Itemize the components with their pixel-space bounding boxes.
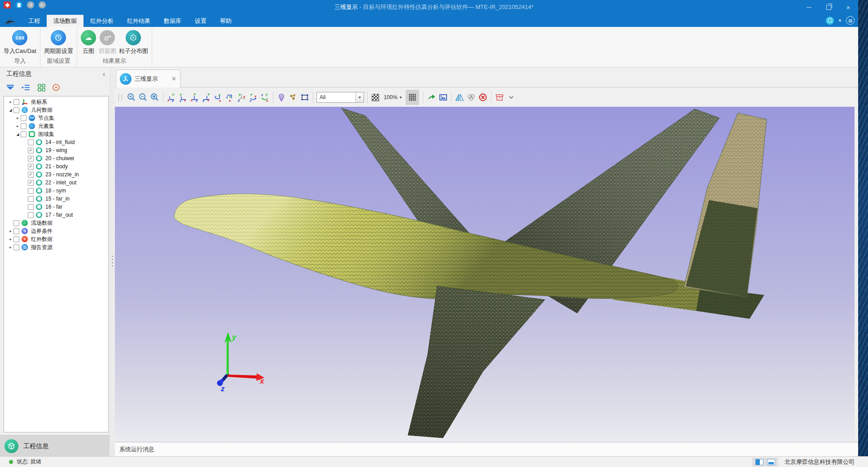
menu-item[interactable]: 帮助 <box>213 15 238 27</box>
redo-icon[interactable]: ↻ <box>39 1 46 9</box>
tree-checkbox[interactable] <box>21 115 26 121</box>
menu-item[interactable]: 工程 <box>22 15 47 27</box>
tree-checkbox[interactable] <box>13 107 19 113</box>
project-tree[interactable]: ▸坐标系◢△几何数据▸⊶节点集▸◌元素集◢面域集14 - int_fluid✓1… <box>4 96 109 432</box>
tree-checkbox[interactable] <box>28 196 34 202</box>
panel-footer-tab[interactable]: 工程信息 <box>0 435 110 457</box>
tree-checkbox[interactable]: ✓ <box>28 148 34 153</box>
tree-item[interactable]: 16 - far <box>4 203 108 211</box>
minimize-button[interactable] <box>799 0 819 15</box>
toggle-bottom-panel-icon[interactable] <box>767 459 775 465</box>
expander-icon[interactable]: ▸ <box>8 229 13 233</box>
zoom-in-icon[interactable] <box>126 91 137 104</box>
particles-display-icon[interactable] <box>287 91 299 104</box>
tree-item[interactable]: ✓23 - nozzle_in <box>4 170 108 179</box>
tree-checkbox[interactable]: ✓ <box>28 172 34 178</box>
snapshot-image-icon[interactable] <box>437 91 449 104</box>
view-back-icon[interactable]: Yzx <box>177 91 189 104</box>
expander-icon[interactable]: ◢ <box>8 108 13 112</box>
view-left-icon[interactable]: Yxz <box>189 91 201 104</box>
tab-close-icon[interactable]: ✕ <box>171 75 176 82</box>
zoom-fit-icon[interactable] <box>149 91 161 104</box>
view-bottom-icon[interactable]: zYx <box>224 91 236 104</box>
expander-icon[interactable]: ◢ <box>15 132 21 136</box>
rotate-view-left-icon[interactable]: Yxz <box>247 91 259 104</box>
menu-item[interactable]: 数据库 <box>157 15 188 27</box>
tree-checkbox[interactable] <box>28 212 34 218</box>
tree-checkbox[interactable] <box>28 140 34 145</box>
undo-icon[interactable]: ↺ <box>27 1 34 9</box>
tree-item[interactable]: ◢面域集 <box>4 130 108 138</box>
tree-checkbox[interactable] <box>13 244 19 250</box>
tree-item[interactable]: 17 - far_out <box>4 211 108 219</box>
expander-icon[interactable]: ▸ <box>8 237 13 241</box>
help-book-icon[interactable]: ▤ <box>846 16 855 25</box>
expander-icon[interactable]: ▸ <box>8 100 13 104</box>
tree-checkbox[interactable]: ✓ <box>28 164 34 170</box>
tab-3d-display[interactable]: 三维显示 ✕ <box>116 70 180 87</box>
smooth-mesh-icon[interactable] <box>465 91 477 104</box>
tree-checkbox[interactable] <box>13 228 19 234</box>
expander-icon[interactable]: ▸ <box>15 116 21 120</box>
expander-icon[interactable]: ▸ <box>15 124 21 128</box>
tree-item[interactable]: ▸⊶节点集 <box>4 114 108 122</box>
camera-location-icon[interactable] <box>276 91 287 104</box>
maximize-button[interactable] <box>819 0 838 15</box>
periodic-face-button[interactable]: 周期面设置 <box>43 29 75 56</box>
target-icon[interactable] <box>52 83 61 92</box>
display-set-combobox[interactable]: All ▼ <box>316 92 364 103</box>
tree-item[interactable]: ✓22 - inlet_out <box>4 179 108 187</box>
tree-item[interactable]: ▸坐标系 <box>4 98 108 106</box>
export-share-icon[interactable] <box>425 91 437 104</box>
app-logo-icon[interactable] <box>4 1 11 9</box>
close-button[interactable]: × <box>838 0 858 15</box>
import-cas-dat-button[interactable]: cas 导入Cas/Dat <box>2 29 38 56</box>
cancel-icon[interactable] <box>477 91 489 104</box>
tree-item[interactable]: ∴流场数据 <box>4 219 108 227</box>
outline-list-icon[interactable] <box>21 83 31 92</box>
menu-item[interactable]: 红外结果 <box>120 15 157 27</box>
grid-view-icon[interactable] <box>37 83 46 92</box>
filter-icon[interactable] <box>5 83 15 92</box>
menu-item[interactable]: 设置 <box>188 15 213 27</box>
tree-checkbox[interactable]: ✓ <box>28 180 34 186</box>
particle-distribution-button[interactable]: 粒子分布图 <box>118 29 149 56</box>
tree-checkbox[interactable]: ✓ <box>28 156 34 161</box>
tree-item[interactable]: ▸⇅边界条件 <box>4 227 108 235</box>
package-export-icon[interactable] <box>494 91 505 104</box>
menu-item[interactable]: 红外分析 <box>83 15 120 27</box>
combobox-dropdown-icon[interactable]: ▼ <box>355 92 364 102</box>
tree-checkbox[interactable] <box>13 236 19 242</box>
menu-item-active[interactable]: 流场数据 <box>47 15 83 27</box>
box-select-icon[interactable] <box>299 91 311 104</box>
tree-checkbox[interactable] <box>21 123 26 129</box>
tree-checkbox[interactable] <box>28 204 34 210</box>
mirror-icon[interactable] <box>454 91 465 104</box>
chevron-down-icon[interactable]: ▼ <box>838 18 842 23</box>
tree-item[interactable]: ✓20 - chuiwei <box>4 154 108 162</box>
tree-item[interactable]: 15 - far_in <box>4 195 108 203</box>
contour-plot-button[interactable]: ☁ 云图 <box>79 29 97 56</box>
mesh-grid-toggle[interactable] <box>406 90 419 105</box>
view-isometric-icon[interactable]: Yxz <box>236 91 247 104</box>
tree-item[interactable]: ▸◌元素集 <box>4 122 108 130</box>
expander-icon[interactable]: ▸ <box>8 245 13 249</box>
tree-item[interactable]: ▸▤报告资源 <box>4 243 108 251</box>
chevron-down-icon[interactable] <box>505 91 517 104</box>
tree-checkbox[interactable] <box>13 99 19 105</box>
tree-item[interactable]: ✓19 - wing <box>4 146 108 154</box>
new-document-icon[interactable] <box>15 1 22 9</box>
tree-checkbox[interactable] <box>28 188 34 194</box>
view-right-icon[interactable]: Yzx <box>201 91 212 104</box>
tree-item[interactable]: ◢△几何数据 <box>4 106 108 114</box>
rotate-view-right-icon[interactable]: zYx <box>259 91 271 104</box>
view-top-icon[interactable]: zYx <box>212 91 224 104</box>
zoom-level-dropdown[interactable]: 100%▼ <box>384 94 403 100</box>
tree-item[interactable]: 14 - int_fluid <box>4 138 108 146</box>
tree-checkbox[interactable] <box>21 131 26 137</box>
viewport-3d[interactable]: y x z <box>115 107 855 442</box>
panel-collapse-icon[interactable]: ‹ <box>103 70 105 78</box>
toggle-side-panel-icon[interactable] <box>755 459 763 465</box>
tree-item[interactable]: ✓21 - body <box>4 162 108 170</box>
tree-item[interactable]: ▸✳红外数据 <box>4 235 108 243</box>
